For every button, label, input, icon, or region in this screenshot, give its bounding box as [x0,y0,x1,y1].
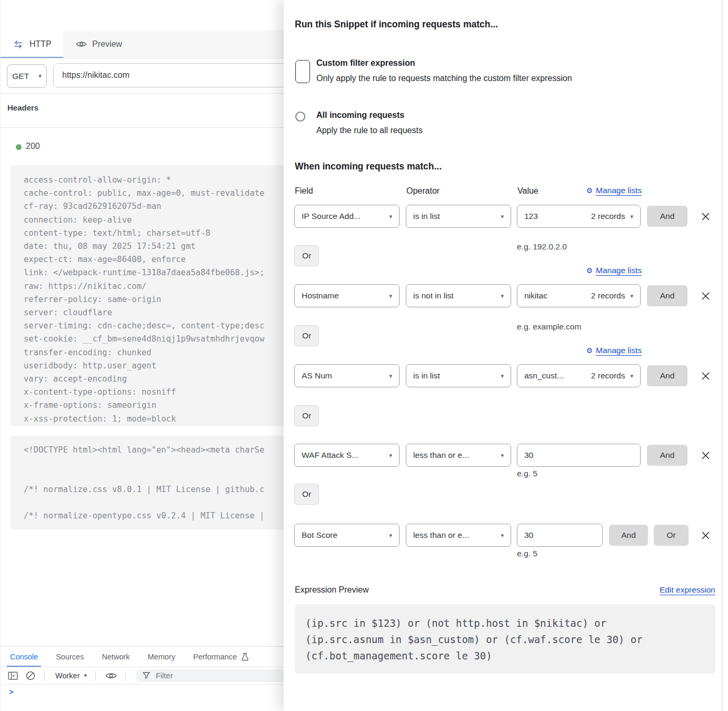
toolbar-divider [95,671,96,680]
expression-preview-label: Expression Preview [295,585,369,595]
devtools-tab-console[interactable]: Console [7,647,41,667]
or-button[interactable]: Or [654,525,689,546]
or-button[interactable]: Or [294,405,319,426]
value-input[interactable] [517,444,641,467]
list-record-count: 2 records [591,371,625,380]
operator-value: is not in list [413,291,454,301]
header-line: cf-ray: 93cad2629162075d-man [24,200,284,213]
clear-console-icon[interactable] [25,670,36,681]
radio-custom-filter-label: Custom filter expression [316,58,415,68]
filter-row: WAF Attack S... ▾ less than or e... ▾ An… [294,444,722,467]
or-button[interactable]: Or [294,484,319,505]
list-name: nikitac [524,291,547,301]
remove-row-icon[interactable] [700,529,711,541]
column-label-operator: Operator [406,186,440,196]
field-select[interactable]: AS Num ▾ [294,364,400,387]
manage-lists-link[interactable]: ⚙ Manage lists [586,346,642,355]
gear-icon: ⚙ [586,187,593,194]
header-line: useridbody: http.user_agent [24,359,284,373]
chevron-down-icon: ▾ [501,293,504,299]
http-preview-panel: HTTP Preview GET ▾ Headers 200 access-co… [0,0,284,711]
drawer-scroll-gutter [722,0,722,711]
chevron-down-icon: ▾ [501,213,504,220]
body-line: /*! normalize-opentype.css v0.2.4 | MIT … [24,509,264,523]
field-value: AS Num [302,371,332,380]
operator-select[interactable]: less than or e... ▾ [406,524,511,547]
filter-input[interactable] [155,671,262,680]
radio-custom-filter[interactable] [295,60,310,83]
console-filter[interactable] [136,669,284,682]
and-button[interactable]: And [647,285,687,306]
field-select[interactable]: IP Source Add... ▾ [294,205,400,228]
or-button[interactable]: Or [294,245,319,266]
live-expression-eye-icon[interactable] [105,672,117,679]
chevron-down-icon: ▾ [501,532,504,539]
operator-value: is in list [413,212,440,221]
remove-row-icon[interactable] [700,290,711,302]
operator-select[interactable]: is in list ▾ [406,205,511,228]
panel-top-strip [1,0,284,31]
body-line: /*! normalize.css v8.0.1 | MIT License |… [24,483,264,496]
list-name: asn_cust... [524,371,564,380]
field-select[interactable]: Bot Score ▾ [294,524,400,547]
field-value: IP Source Add... [302,212,361,221]
field-select[interactable]: WAF Attack S... ▾ [294,444,400,467]
and-button[interactable]: And [609,525,648,546]
operator-select[interactable]: is in list ▾ [406,364,511,387]
console-prompt[interactable]: > [9,687,14,696]
radio-all-requests[interactable] [295,112,305,122]
operator-select[interactable]: is not in list ▾ [406,284,511,307]
header-line: raw: https://nikitac.com/ [24,280,284,293]
drawer-title: Run this Snippet if incoming requests ma… [295,19,498,30]
header-line: x-xss-protection: 1; mode=block [24,413,284,426]
edit-expression-link[interactable]: Edit expression [660,585,715,595]
header-line: link: </webpack-runtime-1318a7daea5a84fb… [24,266,284,279]
chevron-down-icon: ▾ [389,373,392,379]
swap-arrows-icon [12,41,24,48]
and-button[interactable]: And [647,206,687,227]
manage-lists-link[interactable]: ⚙ Manage lists [586,266,642,275]
and-button[interactable]: And [647,445,687,466]
value-hint: e.g. example.com [517,322,581,332]
devtools-tab-performance[interactable]: Performance [190,647,252,667]
and-button[interactable]: And [647,365,687,386]
chevron-down-icon: ▾ [389,452,392,459]
flask-icon [241,653,249,661]
devtools-tab-memory[interactable]: Memory [145,647,178,667]
operator-select[interactable]: less than or e... ▾ [406,444,511,467]
eye-icon [76,41,87,48]
response-headers-block: access-control-allow-origin: * cache-con… [10,165,284,426]
snippet-rule-drawer: Run this Snippet if incoming requests ma… [284,0,728,711]
header-line: server: cloudflare [24,306,284,319]
header-line: connection: keep-alive [24,214,284,227]
operator-value: less than or e... [413,450,469,460]
match-section-title: When incoming requests match... [295,161,442,172]
chevron-down-icon: ▾ [38,73,42,79]
remove-row-icon[interactable] [700,370,711,382]
operator-value: less than or e... [413,530,469,540]
value-input[interactable] [517,524,603,547]
manage-lists-link[interactable]: ⚙ Manage lists [586,186,642,195]
or-button[interactable]: Or [294,325,319,346]
value-list-select[interactable]: asn_cust... 2 records ▾ [517,364,641,387]
devtools-tab-network[interactable]: Network [98,647,133,667]
list-record-count: 2 records [591,212,625,221]
url-input[interactable] [53,63,284,87]
filter-row: Bot Score ▾ less than or e... ▾ And Or [294,524,722,547]
worker-context-select[interactable]: Worker ▾ [55,672,87,680]
sidebar-toggle-icon[interactable] [8,672,18,680]
method-select[interactable]: GET ▾ [7,64,47,88]
chevron-down-icon: ▾ [501,373,504,379]
value-list-select[interactable]: nikitac 2 records ▾ [517,284,641,307]
value-list-select[interactable]: 123 2 records ▾ [517,205,641,228]
header-line: cache-control: public, max-age=0, must-r… [24,187,284,200]
value-hint: e.g. 5 [517,549,537,558]
remove-row-icon[interactable] [700,449,711,461]
field-select[interactable]: Hostname ▾ [294,284,400,307]
tab-preview-label: Preview [92,39,122,49]
remove-row-icon[interactable] [700,211,711,222]
tab-http[interactable]: HTTP [1,31,63,58]
tab-preview[interactable]: Preview [64,31,134,58]
devtools-tab-sources[interactable]: Sources [53,647,87,667]
header-line: referrer-policy: same-origin [24,293,284,306]
